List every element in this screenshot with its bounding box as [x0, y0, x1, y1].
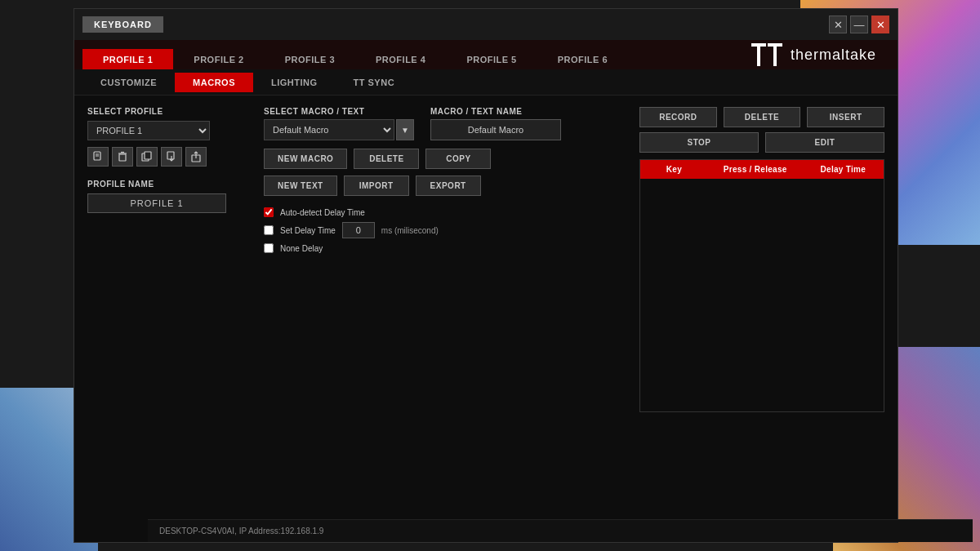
delay-options: Auto-detect Delay Time Set Delay Time ms…: [264, 207, 626, 253]
macro-table-header: Key Press / Release Delay Time: [640, 160, 884, 179]
status-bar: DESKTOP-CS4V0AI, IP Address:192.168.1.9: [148, 519, 973, 542]
macro-name-group: MACRO / TEXT NAME: [430, 107, 561, 140]
macro-table-body: [640, 179, 884, 407]
app-window: KEYBOARD ✕ — ✕ PROFILE 1 PROFILE 2 PROFI…: [74, 8, 898, 543]
main-content: SELECT PROFILE PROFILE 1 PROFILE 2 PROFI…: [74, 96, 898, 491]
middle-panel: SELECT MACRO / TEXT Default Macro ▼ MACR…: [264, 107, 626, 480]
delay-unit-label: ms (milisecond): [381, 226, 439, 235]
new-macro-button[interactable]: NEW MACRO: [264, 149, 347, 169]
macro-select-row: Default Macro ▼: [264, 119, 414, 140]
select-profile-label: SELECT PROFILE: [87, 107, 251, 116]
svg-rect-11: [145, 152, 151, 159]
delete-record-button[interactable]: DELETE: [724, 107, 801, 127]
svg-rect-1: [757, 43, 760, 66]
none-delay-row: None Delay: [264, 243, 626, 253]
sub-tabs: CUSTOMIZE MACROS LIGHTING TT SYNC: [74, 69, 898, 96]
title-bar-left: KEYBOARD: [82, 16, 163, 33]
auto-detect-label: Auto-detect Delay Time: [280, 208, 365, 217]
copy-macro-button[interactable]: COPY: [425, 149, 491, 169]
restore-button[interactable]: ✕: [829, 16, 847, 33]
delay-value-input[interactable]: [342, 222, 375, 238]
col-header-press-release: Press / Release: [708, 160, 803, 179]
sub-tab-lighting[interactable]: LIGHTING: [253, 73, 336, 92]
profile-tab-4[interactable]: PROFILE 4: [355, 49, 446, 69]
svg-rect-7: [119, 154, 126, 161]
action-buttons-row-2: NEW TEXT IMPORT EXPORT: [264, 176, 626, 196]
import-profile-button[interactable]: [161, 147, 182, 167]
profile-select[interactable]: PROFILE 1 PROFILE 2 PROFILE 3 PROFILE 4 …: [87, 121, 210, 140]
macro-name-input[interactable]: [430, 119, 561, 140]
sub-tab-ttsync[interactable]: TT SYNC: [336, 73, 413, 92]
svg-rect-12: [167, 152, 174, 159]
left-panel: SELECT PROFILE PROFILE 1 PROFILE 2 PROFI…: [87, 107, 251, 480]
set-delay-checkbox[interactable]: [264, 225, 274, 235]
none-delay-label: None Delay: [280, 244, 323, 253]
copy-profile-button[interactable]: [136, 147, 158, 167]
col-header-delay-time: Delay Time: [803, 160, 884, 179]
export-profile-button[interactable]: [185, 147, 207, 167]
logo-text: thermaltake: [791, 47, 876, 64]
new-profile-button[interactable]: [87, 147, 109, 167]
sub-tab-macros[interactable]: MACROS: [175, 73, 253, 92]
record-button[interactable]: RECORD: [639, 107, 717, 127]
set-delay-label: Set Delay Time: [280, 226, 336, 235]
profile-tabs: PROFILE 1 PROFILE 2 PROFILE 3 PROFILE 4 …: [74, 40, 898, 69]
profile-tab-2[interactable]: PROFILE 2: [173, 49, 264, 69]
sub-tab-customize[interactable]: CUSTOMIZE: [82, 73, 175, 92]
edit-button[interactable]: EDIT: [765, 132, 884, 153]
none-delay-checkbox[interactable]: [264, 243, 274, 253]
record-buttons-row-1: RECORD DELETE INSERT: [639, 107, 884, 127]
select-macro-label: SELECT MACRO / TEXT: [264, 107, 414, 116]
macro-select-dropdown[interactable]: Default Macro: [264, 119, 394, 140]
import-macro-button[interactable]: IMPORT: [344, 176, 409, 196]
close-button[interactable]: ✕: [871, 16, 889, 33]
profile-select-row: PROFILE 1 PROFILE 2 PROFILE 3 PROFILE 4 …: [87, 121, 251, 140]
stop-button[interactable]: STOP: [639, 132, 759, 153]
icon-toolbar: [87, 147, 251, 167]
action-buttons-row-1: NEW MACRO DELETE COPY: [264, 149, 626, 169]
export-macro-button[interactable]: EXPORT: [416, 176, 481, 196]
delete-macro-button[interactable]: DELETE: [354, 149, 419, 169]
profile-name-label: PROFILE NAME: [87, 180, 251, 189]
minimize-button[interactable]: —: [850, 16, 868, 33]
tt-logo-icon: [751, 43, 784, 66]
right-panel: RECORD DELETE INSERT STOP EDIT Key Press…: [639, 107, 884, 480]
profile-tab-6[interactable]: PROFILE 6: [537, 49, 628, 69]
profile-tab-1[interactable]: PROFILE 1: [82, 49, 173, 69]
delete-profile-button[interactable]: [112, 147, 133, 167]
macro-dropdown-arrow[interactable]: ▼: [396, 119, 414, 140]
macro-top: SELECT MACRO / TEXT Default Macro ▼ MACR…: [264, 107, 626, 140]
profile-name-input[interactable]: [87, 193, 226, 213]
svg-rect-3: [773, 43, 777, 66]
col-header-key: Key: [640, 160, 708, 179]
logo-area: thermaltake: [751, 43, 876, 66]
title-bar: KEYBOARD ✕ — ✕: [74, 9, 898, 40]
auto-detect-row: Auto-detect Delay Time: [264, 207, 626, 217]
record-buttons-row-2: STOP EDIT: [639, 132, 884, 153]
macro-text-name-label: MACRO / TEXT NAME: [430, 107, 561, 116]
profile-tab-5[interactable]: PROFILE 5: [446, 49, 537, 69]
new-text-button[interactable]: NEW TEXT: [264, 176, 337, 196]
status-text: DESKTOP-CS4V0AI, IP Address:192.168.1.9: [159, 527, 323, 535]
window-controls: ✕ — ✕: [829, 16, 889, 33]
macro-select-group: SELECT MACRO / TEXT Default Macro ▼: [264, 107, 414, 140]
insert-button[interactable]: INSERT: [807, 107, 884, 127]
app-title-button[interactable]: KEYBOARD: [82, 16, 163, 33]
auto-detect-checkbox[interactable]: [264, 207, 274, 217]
macro-table-container: Key Press / Release Delay Time: [639, 159, 884, 412]
profile-tab-3[interactable]: PROFILE 3: [265, 49, 355, 69]
set-delay-row: Set Delay Time ms (milisecond): [264, 222, 626, 238]
